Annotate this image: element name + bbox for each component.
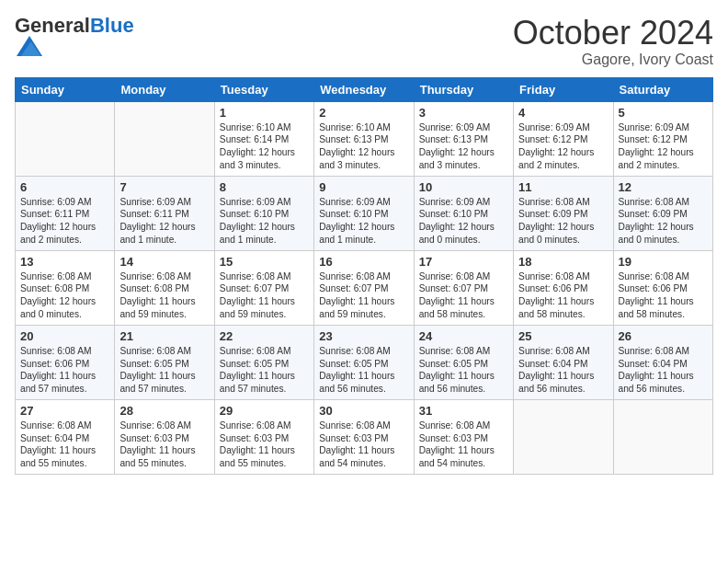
calendar-cell: 11Sunrise: 6:08 AM Sunset: 6:09 PM Dayli… (514, 176, 613, 250)
weekday-header: Saturday (613, 77, 712, 101)
calendar-week-row: 1Sunrise: 6:10 AM Sunset: 6:14 PM Daylig… (16, 101, 713, 176)
weekday-header: Monday (115, 77, 214, 101)
day-number: 6 (20, 180, 109, 194)
cell-info: Sunrise: 6:09 AM Sunset: 6:10 PM Dayligh… (419, 196, 508, 247)
calendar-cell: 17Sunrise: 6:08 AM Sunset: 6:07 PM Dayli… (414, 250, 513, 325)
calendar-cell (115, 101, 214, 176)
day-number: 23 (319, 329, 408, 343)
weekday-header-row: SundayMondayTuesdayWednesdayThursdayFrid… (16, 77, 713, 101)
calendar-week-row: 13Sunrise: 6:08 AM Sunset: 6:08 PM Dayli… (16, 250, 713, 325)
calendar-cell: 14Sunrise: 6:08 AM Sunset: 6:08 PM Dayli… (115, 250, 214, 325)
calendar-cell: 9Sunrise: 6:09 AM Sunset: 6:10 PM Daylig… (314, 176, 414, 250)
day-number: 2 (319, 106, 408, 120)
cell-info: Sunrise: 6:09 AM Sunset: 6:13 PM Dayligh… (419, 121, 508, 172)
day-number: 1 (220, 106, 309, 120)
calendar-cell: 12Sunrise: 6:08 AM Sunset: 6:09 PM Dayli… (613, 176, 712, 250)
day-number: 20 (20, 329, 109, 343)
cell-info: Sunrise: 6:08 AM Sunset: 6:07 PM Dayligh… (319, 270, 408, 321)
day-number: 11 (518, 180, 608, 194)
cell-info: Sunrise: 6:08 AM Sunset: 6:09 PM Dayligh… (619, 196, 708, 247)
day-number: 28 (119, 404, 209, 418)
cell-info: Sunrise: 6:09 AM Sunset: 6:10 PM Dayligh… (319, 196, 408, 247)
calendar-cell: 21Sunrise: 6:08 AM Sunset: 6:05 PM Dayli… (115, 325, 214, 399)
calendar: SundayMondayTuesdayWednesdayThursdayFrid… (15, 77, 713, 475)
logo: GeneralBlue (15, 15, 134, 59)
cell-info: Sunrise: 6:08 AM Sunset: 6:04 PM Dayligh… (518, 345, 608, 396)
cell-info: Sunrise: 6:08 AM Sunset: 6:05 PM Dayligh… (319, 345, 408, 396)
calendar-cell (514, 399, 613, 474)
weekday-header: Sunday (16, 77, 115, 101)
calendar-cell: 24Sunrise: 6:08 AM Sunset: 6:05 PM Dayli… (414, 325, 513, 399)
cell-info: Sunrise: 6:10 AM Sunset: 6:13 PM Dayligh… (319, 121, 408, 172)
calendar-cell: 1Sunrise: 6:10 AM Sunset: 6:14 PM Daylig… (214, 101, 313, 176)
day-number: 12 (619, 180, 708, 194)
day-number: 19 (619, 255, 708, 269)
cell-info: Sunrise: 6:08 AM Sunset: 6:09 PM Dayligh… (518, 196, 608, 247)
day-number: 18 (518, 255, 608, 269)
day-number: 26 (619, 329, 708, 343)
cell-info: Sunrise: 6:08 AM Sunset: 6:06 PM Dayligh… (619, 270, 708, 321)
cell-info: Sunrise: 6:08 AM Sunset: 6:05 PM Dayligh… (419, 345, 508, 396)
day-number: 30 (319, 404, 408, 418)
day-number: 29 (220, 404, 309, 418)
cell-info: Sunrise: 6:08 AM Sunset: 6:05 PM Dayligh… (119, 345, 209, 396)
cell-info: Sunrise: 6:09 AM Sunset: 6:11 PM Dayligh… (119, 196, 209, 247)
cell-info: Sunrise: 6:08 AM Sunset: 6:05 PM Dayligh… (220, 345, 309, 396)
day-number: 24 (419, 329, 508, 343)
cell-info: Sunrise: 6:09 AM Sunset: 6:12 PM Dayligh… (518, 121, 608, 172)
calendar-cell: 5Sunrise: 6:09 AM Sunset: 6:12 PM Daylig… (613, 101, 712, 176)
cell-info: Sunrise: 6:09 AM Sunset: 6:10 PM Dayligh… (220, 196, 309, 247)
day-number: 3 (419, 106, 508, 120)
title-block: October 2024 Gagore, Ivory Coast (513, 15, 713, 68)
calendar-cell: 27Sunrise: 6:08 AM Sunset: 6:04 PM Dayli… (16, 399, 115, 474)
cell-info: Sunrise: 6:09 AM Sunset: 6:11 PM Dayligh… (20, 196, 109, 247)
cell-info: Sunrise: 6:10 AM Sunset: 6:14 PM Dayligh… (220, 121, 309, 172)
calendar-cell (613, 399, 712, 474)
calendar-cell: 28Sunrise: 6:08 AM Sunset: 6:03 PM Dayli… (115, 399, 214, 474)
weekday-header: Wednesday (314, 77, 414, 101)
calendar-cell: 3Sunrise: 6:09 AM Sunset: 6:13 PM Daylig… (414, 101, 513, 176)
weekday-header: Friday (514, 77, 613, 101)
calendar-cell: 2Sunrise: 6:10 AM Sunset: 6:13 PM Daylig… (314, 101, 414, 176)
day-number: 17 (419, 255, 508, 269)
day-number: 10 (419, 180, 508, 194)
day-number: 31 (419, 404, 508, 418)
calendar-cell: 10Sunrise: 6:09 AM Sunset: 6:10 PM Dayli… (414, 176, 513, 250)
calendar-cell: 26Sunrise: 6:08 AM Sunset: 6:04 PM Dayli… (613, 325, 712, 399)
calendar-cell: 19Sunrise: 6:08 AM Sunset: 6:06 PM Dayli… (613, 250, 712, 325)
day-number: 7 (119, 180, 209, 194)
calendar-week-row: 27Sunrise: 6:08 AM Sunset: 6:04 PM Dayli… (16, 399, 713, 474)
cell-info: Sunrise: 6:08 AM Sunset: 6:03 PM Dayligh… (319, 419, 408, 470)
day-number: 8 (220, 180, 309, 194)
day-number: 14 (119, 255, 209, 269)
calendar-cell: 25Sunrise: 6:08 AM Sunset: 6:04 PM Dayli… (514, 325, 613, 399)
calendar-week-row: 20Sunrise: 6:08 AM Sunset: 6:06 PM Dayli… (16, 325, 713, 399)
calendar-cell (16, 101, 115, 176)
calendar-cell: 23Sunrise: 6:08 AM Sunset: 6:05 PM Dayli… (314, 325, 414, 399)
calendar-cell: 30Sunrise: 6:08 AM Sunset: 6:03 PM Dayli… (314, 399, 414, 474)
day-number: 4 (518, 106, 608, 120)
calendar-cell: 20Sunrise: 6:08 AM Sunset: 6:06 PM Dayli… (16, 325, 115, 399)
day-number: 21 (119, 329, 209, 343)
day-number: 5 (619, 106, 708, 120)
cell-info: Sunrise: 6:08 AM Sunset: 6:06 PM Dayligh… (518, 270, 608, 321)
cell-info: Sunrise: 6:08 AM Sunset: 6:06 PM Dayligh… (20, 345, 109, 396)
cell-info: Sunrise: 6:08 AM Sunset: 6:04 PM Dayligh… (20, 419, 109, 470)
logo-icon (17, 33, 42, 59)
calendar-cell: 16Sunrise: 6:08 AM Sunset: 6:07 PM Dayli… (314, 250, 414, 325)
cell-info: Sunrise: 6:08 AM Sunset: 6:03 PM Dayligh… (119, 419, 209, 470)
location: Gagore, Ivory Coast (513, 52, 713, 68)
day-number: 22 (220, 329, 309, 343)
calendar-cell: 7Sunrise: 6:09 AM Sunset: 6:11 PM Daylig… (115, 176, 214, 250)
calendar-cell: 4Sunrise: 6:09 AM Sunset: 6:12 PM Daylig… (514, 101, 613, 176)
weekday-header: Thursday (414, 77, 513, 101)
day-number: 15 (220, 255, 309, 269)
cell-info: Sunrise: 6:08 AM Sunset: 6:03 PM Dayligh… (220, 419, 309, 470)
logo-blue-text: Blue (90, 14, 134, 37)
calendar-cell: 8Sunrise: 6:09 AM Sunset: 6:10 PM Daylig… (214, 176, 313, 250)
cell-info: Sunrise: 6:08 AM Sunset: 6:07 PM Dayligh… (419, 270, 508, 321)
calendar-cell: 6Sunrise: 6:09 AM Sunset: 6:11 PM Daylig… (16, 176, 115, 250)
calendar-week-row: 6Sunrise: 6:09 AM Sunset: 6:11 PM Daylig… (16, 176, 713, 250)
calendar-cell: 29Sunrise: 6:08 AM Sunset: 6:03 PM Dayli… (214, 399, 313, 474)
calendar-cell: 22Sunrise: 6:08 AM Sunset: 6:05 PM Dayli… (214, 325, 313, 399)
